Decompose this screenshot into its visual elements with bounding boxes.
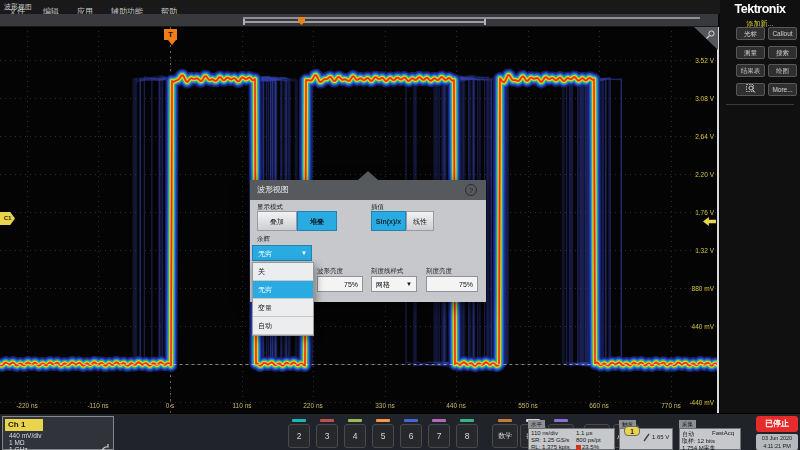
channel-button-5[interactable]: 5 <box>372 424 394 448</box>
persistence-value: 无穷 <box>258 250 272 257</box>
time-label: 220 ns <box>293 402 333 409</box>
horizontal-row-left: SR: 1.25 GS/s <box>531 437 569 443</box>
acquisition-count: 1.754 M采集 <box>682 444 716 450</box>
time-label: 770 ns <box>651 402 691 409</box>
channel-stripe-7 <box>432 419 446 422</box>
horizontal-row-right: 800 ps/pt <box>576 437 601 443</box>
trigger-panel[interactable]: 触发 1 1.65 V <box>619 420 673 450</box>
channel-button-4[interactable]: 4 <box>344 424 366 448</box>
time-label: 110 ns <box>222 402 262 409</box>
trigger-source-badge: 1 <box>624 426 640 436</box>
waveform-view-dialog: 波形视图 ? 显示模式 叠加 堆叠 插值 Sin(x)/x 线性 余辉 无穷 ▼… <box>250 180 486 302</box>
right-sidebar: Tektronix 添加新... 光标Callout测量搜索结果表绘图More.… <box>720 0 800 413</box>
record-ruler-track[interactable] <box>243 17 700 19</box>
channel-button-数学[interactable]: 数学 <box>492 424 518 448</box>
voltage-label: 880 mV <box>680 285 714 292</box>
graticule-intensity-value[interactable]: 75% <box>426 276 478 292</box>
memory-usage-icon <box>576 445 581 450</box>
channel-button-6[interactable]: 6 <box>400 424 422 448</box>
horizontal-row-left: 110 ns/div <box>531 430 558 436</box>
channel-stripe-数学 <box>498 419 512 422</box>
channel1-bandwidth: 1 GHz <box>9 446 99 450</box>
persistence-label: 余辉 <box>257 235 270 244</box>
zoom-icon <box>746 84 756 94</box>
channel-stripe-3 <box>320 419 334 422</box>
voltage-label: 3.52 V <box>680 57 714 64</box>
time-label: 330 ns <box>365 402 405 409</box>
horizontal-row-right: 23.5% <box>576 444 599 450</box>
horizontal-panel[interactable]: 水平 110 ns/div1.1 μsSR: 1.25 GS/s800 ps/p… <box>528 420 615 450</box>
status-bar: Ch 1 440 mV/div 1 MΩ 1 GHz 2345678数学参考总线… <box>0 413 800 450</box>
waveform-view-title: 波形视图 <box>4 2 32 12</box>
sidebar-button-结果表[interactable]: 结果表 <box>736 64 765 77</box>
persistence-option-自动[interactable]: 自动 <box>253 317 313 335</box>
sidebar-button-绘图[interactable]: 绘图 <box>768 64 797 77</box>
time-text: 4:11:21 PM <box>756 443 798 450</box>
sidebar-button-Callout[interactable]: Callout <box>768 27 797 40</box>
channel-button-8[interactable]: 8 <box>456 424 478 448</box>
channel1-name: Ch 1 <box>5 419 43 431</box>
sidebar-divider <box>726 104 794 105</box>
persistence-select[interactable]: 无穷 ▼ <box>252 245 312 261</box>
channel-stripe-2 <box>292 419 306 422</box>
dialog-title: 波形视图 <box>250 180 486 200</box>
horizontal-row-right: 1.1 μs <box>576 430 592 436</box>
linear-toggle[interactable]: 线性 <box>406 211 434 231</box>
persistence-option-无穷[interactable]: 无穷 <box>253 281 313 299</box>
plot-border <box>717 27 719 413</box>
menu-bar: 文件编辑应用辅助功能帮助 <box>0 0 720 14</box>
horizontal-row-left: RL: 1.375 kpts <box>531 444 570 450</box>
voltage-label: 3.08 V <box>680 95 714 102</box>
channel1-impedance: 1 MΩ <box>9 439 25 446</box>
sidebar-zoom-button[interactable] <box>736 83 765 96</box>
ruler-left-bracket <box>243 19 245 25</box>
graticule-style-select[interactable]: 网格 ▼ <box>371 276 417 292</box>
probe-icon <box>101 443 110 450</box>
channel1-badge[interactable]: Ch 1 440 mV/div 1 MΩ 1 GHz <box>2 416 114 450</box>
graticule-style-value: 网格 <box>376 281 390 288</box>
channel-stripe-5 <box>376 419 390 422</box>
channel-stripe-8 <box>460 419 474 422</box>
channel-button-3[interactable]: 3 <box>316 424 338 448</box>
sidebar-button-More...[interactable]: More... <box>768 83 797 96</box>
sidebar-button-测量[interactable]: 测量 <box>736 46 765 59</box>
channel-button-7[interactable]: 7 <box>428 424 450 448</box>
voltage-label: 1.32 V <box>680 247 714 254</box>
voltage-label: 2.64 V <box>680 133 714 140</box>
time-label: -220 ns <box>7 402 47 409</box>
horizontal-title: 水平 <box>528 420 545 428</box>
channel-stripe-6 <box>404 419 418 422</box>
time-label: 0 s <box>150 402 190 409</box>
datetime-display: 03 Jun 2020 4:11:21 PM <box>756 434 798 450</box>
sidebar-button-光标[interactable]: 光标 <box>736 27 765 40</box>
channel1-scale: 440 mV/div <box>9 432 42 439</box>
acquisition-panel[interactable]: 采集 自动 FastAcq 取样: 12 bits 1.754 M采集 <box>679 420 741 450</box>
voltage-label: 440 mV <box>680 323 714 330</box>
sidebar-button-搜索[interactable]: 搜索 <box>768 46 797 59</box>
record-ruler-window[interactable] <box>243 21 485 23</box>
sinx-toggle[interactable]: Sin(x)/x <box>371 211 406 231</box>
voltage-label: 2.20 V <box>680 171 714 178</box>
waveform-intensity-value[interactable]: 75% <box>317 276 363 292</box>
persistence-option-关[interactable]: 关 <box>253 263 313 281</box>
acquisition-fastacq: FastAcq <box>712 430 734 436</box>
help-button[interactable]: ? <box>465 184 477 196</box>
stopped-button[interactable]: 已停止 <box>756 416 798 432</box>
acquisition-title: 采集 <box>679 420 696 428</box>
overlay-toggle[interactable]: 叠加 <box>257 211 297 231</box>
channel-button-2[interactable]: 2 <box>288 424 310 448</box>
stacked-toggle[interactable]: 堆叠 <box>297 211 337 231</box>
graticule-style-label: 刻度线样式 <box>371 267 404 276</box>
time-label: 440 ns <box>436 402 476 409</box>
graticule-intensity-label: 刻度亮度 <box>426 267 452 276</box>
rising-edge-icon <box>643 433 651 442</box>
trigger-position-flag-tip <box>168 40 176 45</box>
channel-stripe-4 <box>348 419 362 422</box>
trigger-level: 1.65 V <box>652 434 669 440</box>
persistence-dropdown-list: 关无穷变量自动 <box>252 262 314 336</box>
trigger-position-flag[interactable]: T <box>164 29 177 40</box>
waveform-intensity-label: 波形亮度 <box>317 267 343 276</box>
time-label: 550 ns <box>508 402 548 409</box>
persistence-option-变量[interactable]: 变量 <box>253 299 313 317</box>
ruler-right-bracket <box>484 19 486 25</box>
